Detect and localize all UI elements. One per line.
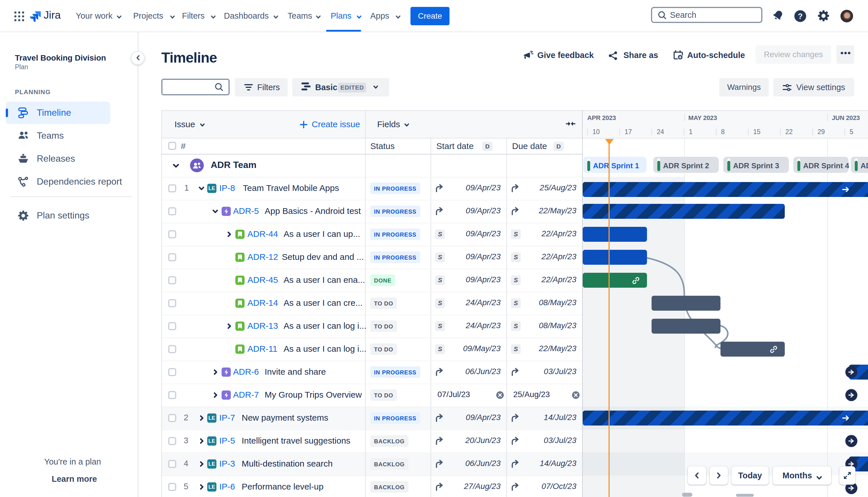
svg-text:?: ? — [798, 12, 803, 21]
